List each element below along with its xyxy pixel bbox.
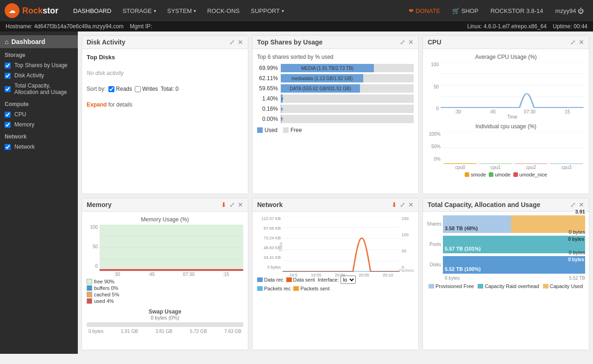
ind-cpu-canvas [442,132,584,164]
user-info[interactable]: mzyy94 ⏻ [551,7,588,14]
smode-color [465,172,469,177]
shares-close-icon[interactable]: ✕ [408,38,414,46]
network-close-icon[interactable]: ✕ [408,201,414,208]
shares-expand-icon[interactable]: ⤢ [400,38,405,46]
system-info: Linux: 4.6.0-1.el7.elrepo.x86_64 Uptime:… [467,23,587,30]
ind-y-100: 100% [428,132,441,137]
reads-label: Reads [116,86,132,92]
for-details-text: for details [108,101,132,108]
ind-y-0: 0% [428,157,441,162]
disk-activity-header: Disk Activity ⤢ ✕ [82,36,248,49]
buffers-color-box [87,285,92,291]
pools-bar-container: 0 bytes 0 bytes 5.57 TB (101%) [443,236,585,253]
sidebar-item-memory[interactable]: Memory [0,119,78,130]
umode-nice-color [513,172,518,177]
umode-legend: umode [489,172,511,177]
total-capacity-checkbox[interactable] [5,86,11,92]
cpu-checkbox[interactable] [5,112,11,118]
nav-system[interactable]: SYSTEM ▾ [162,0,202,21]
shop-button[interactable]: 🛒 SHOP [448,7,483,14]
share-pct: 1.40% [257,95,278,102]
swap-bar [87,322,243,327]
main-layout: ⌂ Dashboard Storage Top Shares by Usage … [0,31,593,354]
swap-x-3: 3.81 GB [155,329,172,334]
net-x-4: 20:05 [359,273,369,277]
brand-icon: ☁ [5,3,19,18]
memory-download-icon[interactable]: ⬇ [221,201,227,208]
network-download-icon[interactable]: ⬇ [391,201,397,208]
share-pct: 0.16% [257,106,278,112]
share-row: 1.40% root (1.55 GB/110.94 GB) [257,94,414,103]
avg-cpu-canvas [441,62,584,108]
avg-cpu-y-axis: 100 50 0 [428,62,441,119]
network-checkbox[interactable] [5,144,11,150]
mem-x-2: :45 [148,272,155,277]
memory-expand-icon[interactable]: ⤢ [229,201,235,208]
status-bar: Hostname: 4d647f3b14a70e6c49a.mzyy94.com… [0,21,593,31]
disks-capacity-row: Disks 0 bytes 0 bytes 5.52 TB (100%) [427,256,585,274]
cpu-expand-icon[interactable]: ⤢ [570,38,576,46]
pools-right-value: 0 bytes [568,237,584,242]
shares-subtitle: Top 6 shares sorted by % used [257,54,414,60]
disks-pct-label: 5.52 TB (100%) [443,265,483,273]
nav-support[interactable]: SUPPORT ▾ [245,0,290,21]
share-row: 0.16% rockon-config (1.61 MB/1.00 GB) [257,105,414,113]
cpu-controls: ⤢ ✕ [570,38,584,46]
network-header: Network ⬇ ⤢ ✕ [252,198,418,212]
memory-x-axis: :30 :45 07:30 :15 [100,272,243,277]
sidebar-item-cpu[interactable]: CPU [0,109,78,119]
sort-label: Sort by: [87,86,106,92]
cpu-header: CPU ⤢ ✕ [423,36,589,49]
memory-close-icon[interactable]: ✕ [238,201,243,208]
writes-checkbox[interactable] [135,86,141,92]
memory-body: Memory Usage (%) 100 50 0 :30 :45 07:30 [82,212,248,350]
net-x-1: 19:5 [290,273,298,277]
sidebar-item-total-capacity[interactable]: Total Capacity, Allocation and Usage [0,81,78,97]
disk-expand-icon[interactable]: ⤢ [229,38,235,46]
expand-link[interactable]: Expand [87,101,107,108]
network-widget: Network ⬇ ⤢ ✕ 122.07 KB 97.66 KB 73.24 K… [252,198,419,351]
sidebar-item-network[interactable]: Network [0,142,78,152]
hostname-info: Hostname: 4d647f3b14a70e6c49a.mzyy94.com… [6,23,152,30]
sidebar-item-disk-activity[interactable]: Disk Activity [0,70,78,81]
cpu3-label: cpu3 [561,165,572,170]
swap-x-4: 5.72 GB [190,329,207,334]
reads-checkbox[interactable] [108,86,114,92]
umode-nice-label: umode_nice [519,172,547,177]
share-bar-label: mediadata (1.13 GB/1.82 GB) [290,76,354,81]
share-row: 62.11% mediadata (1.13 GB/1.82 GB) [257,74,414,82]
smode-legend: smode [465,172,486,177]
donate-button[interactable]: ❤ DONATE [404,7,445,14]
capacity-used-color [543,284,549,289]
writes-option[interactable]: Writes [135,86,158,92]
sidebar-item-top-shares[interactable]: Top Shares by Usage [0,60,78,70]
share-bar-label: rockon-config (1.61 MB/1.00 GB) [279,107,283,112]
share-pct: 62.11% [257,75,278,82]
capacity-close-icon[interactable]: ✕ [579,201,584,208]
share-pct: 69.99% [257,65,278,71]
disk-activity-checkbox[interactable] [5,73,11,79]
total-label: Total: 0 [161,86,179,92]
memory-chart-container: 100 50 0 :30 :45 07:30 :15 [87,225,243,277]
disk-close-icon[interactable]: ✕ [238,38,243,46]
memory-checkbox[interactable] [5,122,11,128]
nav-storage[interactable]: STORAGE ▾ [117,0,161,21]
sidebar-section-compute: Compute [0,97,78,109]
share-bar-container: home (16.00 KB/110.94 GB) [281,115,414,123]
brand: ☁ Rockstor [5,3,58,18]
nav-rockons[interactable]: ROCK-ONS [202,0,245,21]
nav-dashboard[interactable]: DASHBOARD [68,0,117,21]
shares-legend: Used Free [257,127,414,133]
network-expand-icon[interactable]: ⤢ [400,201,405,208]
share-bar-label: home (16.00 KB/110.94 GB) [279,117,283,122]
data-rec-label: Data rec [264,277,284,282]
free-legend-label: Free [290,127,302,133]
cpu-body: Average CPU Usage (%) 100 50 0 :30 :45 0… [423,49,589,194]
y-50: 50 [428,84,439,89]
reads-option[interactable]: Reads [108,86,132,92]
share-bar-used: rockon-config (1.61 MB/1.00 GB) [281,105,281,113]
pkt-y-1: 150 [402,216,414,221]
capacity-expand-icon[interactable]: ⤢ [570,201,576,208]
cpu-close-icon[interactable]: ✕ [579,38,584,46]
top-shares-checkbox[interactable] [5,63,11,69]
